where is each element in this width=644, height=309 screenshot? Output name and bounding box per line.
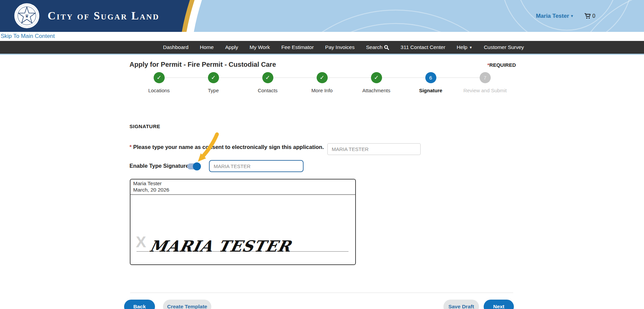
step-label: Locations <box>148 88 170 93</box>
enable-type-signature-label: Enable Type Signature <box>129 163 189 169</box>
nav-item-label: Search <box>366 44 382 50</box>
nav-item-my-work[interactable]: My Work <box>250 44 270 50</box>
nav-item-dashboard[interactable]: Dashboard <box>163 44 189 50</box>
required-asterisk: * <box>129 144 131 150</box>
step-type[interactable]: ✓Type <box>186 72 240 93</box>
signature-section-heading: SIGNATURE <box>129 123 160 129</box>
nav-item-search[interactable]: Search <box>366 44 389 50</box>
check-icon: ✓ <box>371 72 382 83</box>
step-label: Review and Submit <box>463 88 506 93</box>
nav-item-label: 311 Contact Center <box>400 44 445 50</box>
step-signature[interactable]: 6Signature <box>404 72 458 93</box>
skip-bar: Skip To Main Content <box>0 32 644 41</box>
signature-date: March, 20 2026 <box>133 187 353 193</box>
nav-item-apply[interactable]: Apply <box>225 44 238 50</box>
primary-navigation: DashboardHomeApplyMy WorkFee EstimatorPa… <box>0 41 644 55</box>
check-icon: ✓ <box>154 72 165 83</box>
step-more-info[interactable]: ✓More Info <box>295 72 349 93</box>
check-icon: ✓ <box>208 72 219 83</box>
check-icon: ✓ <box>262 72 273 83</box>
step-number-badge: 6 <box>425 72 436 83</box>
consent-name-input[interactable] <box>327 143 421 155</box>
nav-item-fee-estimator[interactable]: Fee Estimator <box>281 44 314 50</box>
save-draft-button[interactable]: Save Draft <box>443 300 479 309</box>
nav-item-311-contact-center[interactable]: 311 Contact Center <box>400 44 445 50</box>
user-name-label: Maria Tester <box>536 13 569 19</box>
shopping-cart-button[interactable]: 0 <box>584 13 595 19</box>
nav-item-customer-survey[interactable]: Customer Survey <box>484 44 524 50</box>
step-label: Signature <box>419 88 442 93</box>
step-label: Contacts <box>258 88 277 93</box>
create-template-button[interactable]: Create Template <box>163 300 211 309</box>
caret-down-icon: ▼ <box>469 46 472 49</box>
signer-name: Maria Tester <box>133 181 353 187</box>
skip-to-main-content-link[interactable]: Skip To Main Content <box>1 33 55 40</box>
user-account-menu[interactable]: Maria Tester ▾ <box>536 13 573 19</box>
nav-item-label: Fee Estimator <box>281 44 314 50</box>
step-locations[interactable]: ✓Locations <box>132 72 186 93</box>
back-button[interactable]: Back <box>124 300 155 309</box>
nav-item-label: Dashboard <box>163 44 189 50</box>
nav-item-label: Apply <box>225 44 238 50</box>
city-seal-logo: ♛ <box>13 2 40 29</box>
enable-type-signature-toggle[interactable] <box>187 163 200 169</box>
site-header: ♛ City of Sugar Land Maria Tester ▾ 0 <box>0 0 644 32</box>
step-contacts[interactable]: ✓Contacts <box>240 72 295 93</box>
progress-stepper: ✓Locations✓Type✓Contacts✓More Info✓Attac… <box>132 72 512 93</box>
nav-item-label: My Work <box>250 44 270 50</box>
cart-icon <box>584 13 591 19</box>
search-icon <box>384 45 389 50</box>
step-attachments[interactable]: ✓Attachments <box>349 72 404 93</box>
step-label: Attachments <box>362 88 390 93</box>
step-label: Type <box>208 88 219 93</box>
step-number-badge: 7 <box>480 72 491 83</box>
nav-item-home[interactable]: Home <box>200 44 214 50</box>
signature-x-mark: X <box>136 234 146 250</box>
svg-text:♛: ♛ <box>25 13 29 18</box>
nav-item-pay-invoices[interactable]: Pay Invoices <box>325 44 355 50</box>
nav-item-help[interactable]: Help▼ <box>457 44 473 50</box>
nav-item-label: Home <box>200 44 214 50</box>
brand-title: City of Sugar Land <box>48 0 159 32</box>
footer-divider <box>130 293 513 293</box>
cart-count-badge: 0 <box>592 13 595 19</box>
next-button[interactable]: Next <box>484 300 514 309</box>
check-icon: ✓ <box>317 72 328 83</box>
consent-label: * Please type your name as consent to el… <box>129 144 324 150</box>
signature-preview-box[interactable]: Maria Tester March, 20 2026 X MARIA TEST… <box>130 179 356 265</box>
required-note: *REQUIRED <box>487 62 516 68</box>
caret-down-icon: ▾ <box>571 14 573 18</box>
nav-item-label: Customer Survey <box>484 44 524 50</box>
nav-item-label: Help <box>457 44 468 50</box>
typed-signature-text: MARIA TESTER <box>148 237 293 255</box>
page-title: Apply for Permit - Fire Permit - Custodi… <box>129 61 276 68</box>
toggle-knob <box>193 162 201 170</box>
signature-preview-header: Maria Tester March, 20 2026 <box>130 179 355 195</box>
step-review-and-submit: 7Review and Submit <box>458 72 512 93</box>
step-label: More Info <box>311 88 332 93</box>
nav-item-label: Pay Invoices <box>325 44 355 50</box>
type-signature-input[interactable] <box>209 160 304 172</box>
